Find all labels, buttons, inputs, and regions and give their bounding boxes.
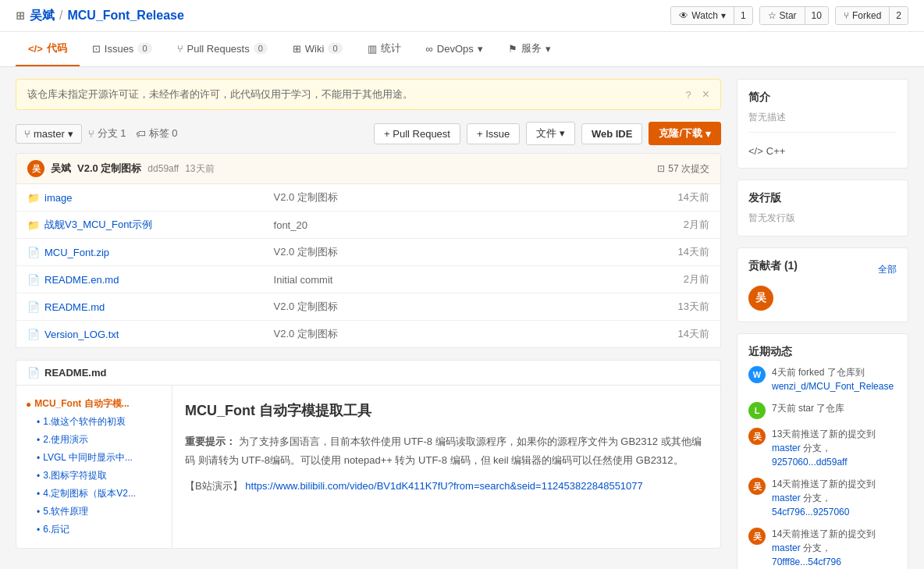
file-icon: 📄 (27, 301, 40, 313)
contributors-section: 贡献者 (1) 全部 吴 (737, 247, 908, 322)
intro-section: 简介 暂无描述 </> C++ (737, 79, 908, 169)
table-row: 📁 image V2.0 定制图标 14天前 (16, 184, 721, 212)
activity-branch-3[interactable]: master (772, 443, 801, 453)
important-label: 重要提示： (185, 436, 236, 447)
commit-hash[interactable]: dd59aff (147, 163, 179, 174)
toc-item-3[interactable]: • LVGL 中同时显示中... (26, 449, 162, 467)
table-row: 📄 README.en.md Initial commit 2月前 (16, 266, 721, 293)
branch-name: master (34, 128, 65, 140)
file-button[interactable]: 文件 ▾ (526, 122, 575, 145)
activity-title: 近期动态 (748, 345, 897, 359)
chevron-down-icon: ▾ (721, 10, 726, 21)
activity-commit-3[interactable]: 9257060...dd59aff (772, 457, 848, 468)
file-time: 14天前 (659, 239, 721, 266)
contributor-avatar[interactable]: 吴 (748, 286, 773, 311)
readme-file-icon: 📄 (27, 367, 40, 379)
file-link[interactable]: 📄 Version_LOG.txt (27, 329, 252, 340)
tab-wiki[interactable]: ⊞ Wiki 0 (280, 32, 355, 66)
fork-btn-group: ⑂ Forked 2 (835, 6, 908, 25)
toc-item-6[interactable]: • 5.软件原理 (26, 503, 162, 521)
issues-icon: ⊡ (92, 43, 101, 55)
table-row: 📄 README.md V2.0 定制图标 13天前 (16, 293, 721, 321)
activity-avatar-3: 吴 (748, 428, 766, 445)
activity-commit-4[interactable]: 54cf796...9257060 (772, 507, 849, 517)
license-alert: 该仓库未指定开源许可证，未经作者的许可，此代码仅用于学习，不能用于其他用途。 ?… (16, 79, 721, 110)
file-commit-message: V2.0 定制图标 (263, 184, 659, 212)
devops-chevron-icon: ▾ (478, 43, 483, 55)
table-row: 📄 MCU_Font.zip V2.0 定制图标 14天前 (16, 239, 721, 266)
branch-chevron-icon: ▾ (68, 128, 73, 140)
activity-item-4: 吴 14天前推送了新的提交到 master 分支，54cf796...92570… (748, 477, 897, 519)
issue-button[interactable]: + Issue (467, 123, 520, 144)
file-commit-message: font_20 (263, 212, 659, 239)
commit-author-avatar: 吴 (27, 160, 44, 177)
toc-item-2[interactable]: • 2.使用演示 (26, 431, 162, 449)
contrib-all-button[interactable]: 全部 (878, 263, 897, 276)
file-time: 14天前 (659, 184, 721, 212)
bilibili-link[interactable]: https://www.bilibili.com/video/BV1dK411K… (245, 480, 643, 492)
webide-button[interactable]: Web IDE (581, 123, 643, 144)
file-time: 2月前 (659, 266, 721, 293)
reponame[interactable]: MCU_Font_Release (67, 9, 183, 23)
file-link[interactable]: 📄 MCU_Font.zip (27, 247, 252, 258)
file-link[interactable]: 📁 战舰V3_MCU_Font示例 (27, 218, 252, 232)
branch-count-icon: ⑂ (88, 128, 94, 140)
fork-button[interactable]: ⑂ Forked (836, 7, 890, 24)
toc-item-5[interactable]: • 4.定制图标（版本V2... (26, 485, 162, 503)
file-link[interactable]: 📄 README.md (27, 301, 252, 313)
alert-help-icon[interactable]: ? (685, 89, 691, 101)
branch-selector[interactable]: ⑂ master ▾ (16, 124, 82, 144)
pull-request-button[interactable]: + Pull Request (374, 123, 460, 144)
toc-label-7: 6.后记 (43, 523, 69, 536)
alert-close-button[interactable]: × (702, 87, 709, 101)
clone-download-button[interactable]: 克隆/下载 ▾ (649, 122, 721, 145)
language-name: C++ (766, 145, 786, 157)
stats-icon: ▥ (368, 43, 377, 55)
commit-author-name[interactable]: 吴斌 (51, 162, 71, 176)
intro-title: 简介 (748, 91, 897, 105)
file-table: 📁 image V2.0 定制图标 14天前 📁 战舰V3_MCU_Font示例… (16, 183, 721, 348)
contrib-header: 贡献者 (1) 全部 (748, 259, 897, 279)
star-button[interactable]: ☆ Star (760, 7, 805, 24)
services-chevron-icon: ▾ (546, 43, 551, 55)
tab-devops[interactable]: ∞ DevOps ▾ (414, 32, 496, 66)
commits-icon: ⊡ (657, 163, 665, 174)
branch-count: ⑂ 分支 1 (88, 126, 126, 140)
tab-pr-label: Pull Requests (187, 43, 250, 55)
file-link[interactable]: 📁 image (27, 192, 252, 204)
commit-header: 吴 吴斌 V2.0 定制图标 dd59aff 13天前 ⊡ 57 次提交 (16, 153, 721, 183)
commits-count[interactable]: 57 次提交 (668, 162, 709, 176)
tab-issues[interactable]: ⊡ Issues 0 (80, 32, 165, 66)
branch-icon: ⑂ (24, 128, 30, 140)
activity-branch-5[interactable]: master (772, 542, 801, 553)
tab-pr[interactable]: ⑂ Pull Requests 0 (165, 32, 280, 66)
watch-button[interactable]: 👁 Watch ▾ (671, 7, 734, 24)
toc-item-1[interactable]: • 1.做这个软件的初衷 (26, 413, 162, 431)
activity-commit-5[interactable]: 70fff8e...54cf796 (772, 557, 841, 567)
release-section: 发行版 暂无发行版 (737, 180, 908, 236)
file-link[interactable]: 📄 README.en.md (27, 274, 252, 286)
toc-item-7[interactable]: • 6.后记 (26, 521, 162, 539)
contrib-title: 贡献者 (1) (748, 259, 798, 273)
header: ⊞ 吴斌 / MCU_Font_Release 👁 Watch ▾ 1 ☆ St… (0, 0, 924, 32)
activity-link-1[interactable]: wenzi_d/MCU_Font_Release (772, 381, 894, 392)
toc-label-2: 2.使用演示 (43, 433, 88, 446)
tab-services[interactable]: ⚑ 服务 ▾ (496, 32, 563, 66)
activity-text-4: 14天前推送了新的提交到 master 分支，54cf796...9257060 (772, 477, 897, 519)
username[interactable]: 吴斌 (30, 8, 55, 24)
tab-code[interactable]: </> 代码 (16, 32, 80, 66)
tab-stats[interactable]: ▥ 统计 (355, 32, 414, 66)
file-commit-message: V2.0 定制图标 (263, 239, 659, 266)
tag-count-label[interactable]: 标签 0 (149, 126, 178, 140)
nav-tabs: </> 代码 ⊡ Issues 0 ⑂ Pull Requests 0 ⊞ Wi… (0, 32, 924, 67)
toc-item-main[interactable]: ● MCU_Font 自动字模... (26, 395, 162, 413)
activity-branch-4[interactable]: master (772, 493, 801, 503)
toc-label-main: MCU_Font 自动字模... (34, 397, 129, 411)
toc-item-4[interactable]: • 3.图标字符提取 (26, 467, 162, 485)
file-icon: 📄 (27, 247, 40, 258)
devops-icon: ∞ (426, 43, 433, 55)
file-time: 14天前 (659, 321, 721, 348)
branch-count-label[interactable]: 分支 1 (98, 126, 126, 140)
folder-icon: 📁 (27, 219, 40, 231)
sidebar: 简介 暂无描述 </> C++ 发行版 暂无发行版 贡献者 (1) 全部 吴 近… (737, 79, 908, 569)
